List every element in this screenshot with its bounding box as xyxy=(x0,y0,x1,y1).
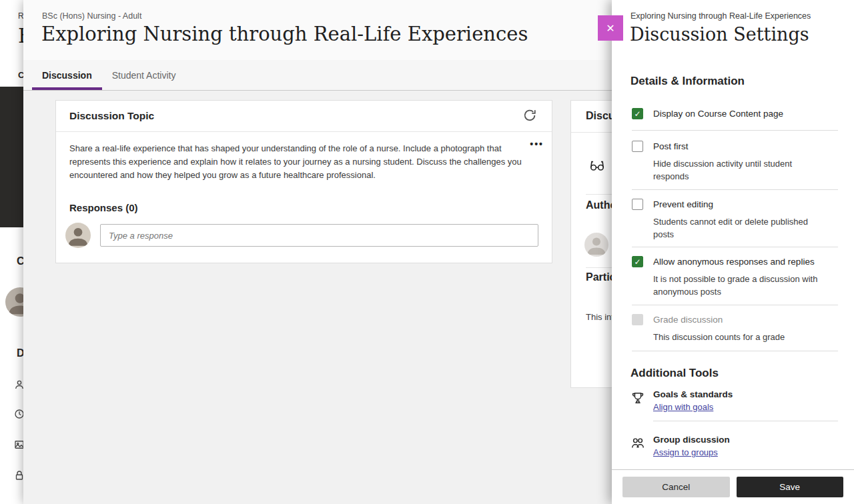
grader-glasses-icon xyxy=(588,157,606,177)
group-discussion-row: Group discussion Assign to groups xyxy=(630,435,730,458)
settings-title: Discussion Settings xyxy=(630,24,809,45)
option-label: Post first xyxy=(653,141,812,151)
checkbox-prevent-editing[interactable] xyxy=(632,199,643,210)
option-description: Students cannot edit or delete published… xyxy=(653,215,821,241)
page-header: BSc (Hons) Nursing - Adult Exploring Nur… xyxy=(23,0,612,60)
rail-participants-heading: Partic xyxy=(586,271,615,283)
option-row: Prevent editing Students cannot edit or … xyxy=(632,199,821,241)
settings-footer: Cancel Save xyxy=(612,469,854,504)
check-icon: ✓ xyxy=(634,258,640,266)
discussion-settings-panel: ✕ Exploring Nursing through Real-Life Ex… xyxy=(612,0,854,504)
tab-bar: Discussion Student Activity xyxy=(23,60,612,91)
topic-card-header: Discussion Topic xyxy=(56,101,552,132)
topic-menu-button[interactable]: ••• xyxy=(530,139,544,149)
checkbox-grade-discussion xyxy=(632,314,643,325)
option-description: This discussion counts for a grade xyxy=(653,331,785,343)
checkbox-allow-anonymous[interactable]: ✓ xyxy=(632,256,643,267)
group-people-icon xyxy=(630,436,645,453)
checkbox-post-first[interactable] xyxy=(632,141,643,152)
user-avatar xyxy=(65,223,91,248)
divider xyxy=(653,421,838,421)
person-icon[interactable] xyxy=(13,379,23,391)
bg-section-fragment-1: C xyxy=(17,255,23,267)
option-label: Display on Course Content page xyxy=(653,108,783,119)
option-label: Prevent editing xyxy=(653,199,821,209)
divider xyxy=(632,247,838,247)
discussion-page: BSc (Hons) Nursing - Adult Exploring Nur… xyxy=(23,0,612,504)
bg-title-fragment: E xyxy=(18,24,23,47)
option-row: Grade discussion This discussion counts … xyxy=(632,314,785,343)
goals-standards-row: Goals & standards Align with goals xyxy=(630,389,733,413)
tab-student-activity[interactable]: Student Activity xyxy=(102,60,186,90)
refresh-icon xyxy=(522,108,537,123)
topic-heading: Discussion Topic xyxy=(69,110,154,122)
main-content: Discussion Topic Share a real-life exper… xyxy=(23,91,612,504)
topic-card-body: Share a real-life experience that has sh… xyxy=(56,132,552,182)
option-label: Grade discussion xyxy=(653,314,785,325)
option-label: Allow anonymous responses and replies xyxy=(653,256,828,267)
option-row: ✓ Display on Course Content page xyxy=(632,108,783,119)
author-avatar xyxy=(584,233,608,257)
bg-section-fragment-2: D xyxy=(17,347,23,359)
goals-trophy-icon xyxy=(630,391,645,408)
bg-course-banner xyxy=(0,87,23,227)
response-input[interactable] xyxy=(100,224,538,247)
rail-heading: Discu xyxy=(586,110,615,122)
option-row: Post first Hide discussion activity unti… xyxy=(632,141,812,183)
save-button[interactable]: Save xyxy=(737,477,844,497)
discussion-topic-card: Discussion Topic Share a real-life exper… xyxy=(55,100,552,263)
refresh-button[interactable] xyxy=(521,107,538,126)
image-icon[interactable] xyxy=(13,439,23,451)
bg-breadcrumb-fragment: RU xyxy=(18,11,23,21)
avatar xyxy=(5,287,23,317)
option-row: ✓ Allow anonymous responses and replies … xyxy=(632,256,828,298)
cancel-button[interactable]: Cancel xyxy=(622,477,730,497)
check-icon: ✓ xyxy=(634,110,640,118)
option-description: Hide discussion activity until student r… xyxy=(653,157,812,183)
divider xyxy=(632,351,838,351)
additional-tools-heading: Additional Tools xyxy=(630,367,719,380)
rail-info-text: This inf xyxy=(586,312,614,322)
bg-tab-fragment[interactable]: Co xyxy=(18,70,23,80)
breadcrumb: BSc (Hons) Nursing - Adult xyxy=(42,11,141,21)
discussion-topic-text: Share a real-life experience that has sh… xyxy=(69,142,526,182)
tool-label: Goals & standards xyxy=(653,389,733,399)
link-align-with-goals[interactable]: Align with goals xyxy=(653,402,713,412)
settings-breadcrumb: Exploring Nursing through Real-Life Expe… xyxy=(630,11,811,21)
close-icon: ✕ xyxy=(606,22,614,35)
checkbox-display-on-course-content[interactable]: ✓ xyxy=(632,108,643,119)
link-assign-to-groups[interactable]: Assign to groups xyxy=(653,447,718,457)
responses-heading: Responses (0) xyxy=(56,182,552,223)
tool-label: Group discussion xyxy=(653,435,730,445)
tab-discussion[interactable]: Discussion xyxy=(32,60,102,90)
divider xyxy=(632,130,838,131)
details-information-heading: Details & Information xyxy=(630,75,745,88)
ellipsis-icon: ••• xyxy=(530,139,544,149)
background-page: RU E Co C D xyxy=(0,0,23,504)
close-button[interactable]: ✕ xyxy=(598,15,623,41)
response-row xyxy=(56,223,552,263)
divider xyxy=(632,189,838,190)
page-title: Exploring Nursing through Real-Life Expe… xyxy=(41,23,528,45)
clock-icon[interactable] xyxy=(13,408,23,420)
option-description: It is not possible to grade a discussion… xyxy=(653,273,828,298)
lock-icon[interactable] xyxy=(13,469,23,481)
divider xyxy=(632,305,838,305)
